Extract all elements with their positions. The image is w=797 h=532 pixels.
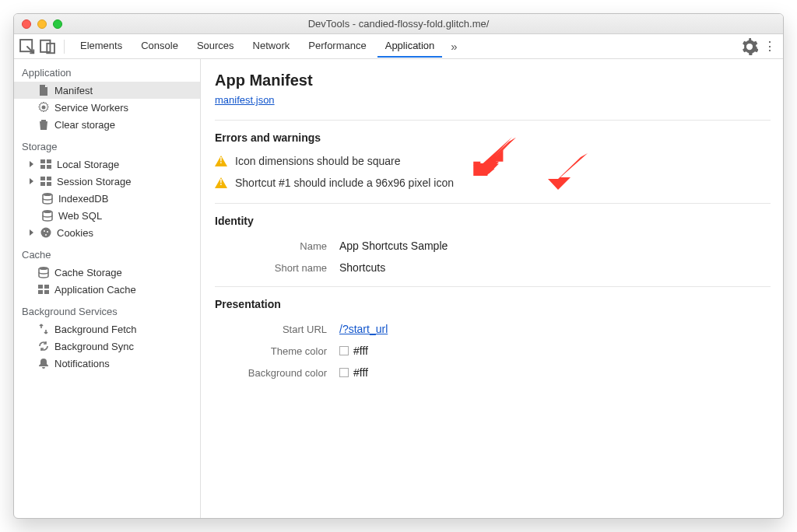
sidebar-item-application-cache[interactable]: Application Cache <box>14 281 200 298</box>
sidebar-item-cache-storage[interactable]: Cache Storage <box>14 264 200 281</box>
sidebar-item-label: Notifications <box>54 358 110 369</box>
sidebar-item-background-sync[interactable]: Background Sync <box>14 338 200 355</box>
svg-rect-11 <box>47 182 51 186</box>
sidebar-item-manifest[interactable]: Manifest <box>14 82 200 99</box>
svg-rect-10 <box>40 182 45 186</box>
sidebar-item-cookies[interactable]: Cookies <box>14 224 200 241</box>
manifest-link[interactable]: manifest.json <box>215 94 275 106</box>
svg-rect-7 <box>47 165 51 169</box>
window-titlebar: DevTools - candied-flossy-fold.glitch.me… <box>14 14 783 34</box>
content-panel: App Manifest manifest.json Errors and wa… <box>201 59 783 518</box>
gear-icon <box>37 101 50 114</box>
sidebar-item-clear-storage[interactable]: Clear storage <box>14 116 200 133</box>
tab-sources[interactable]: Sources <box>189 35 242 58</box>
sidebar-item-background-fetch[interactable]: Background Fetch <box>14 320 200 338</box>
sidebar-item-web-sql[interactable]: Web SQL <box>14 207 200 224</box>
warning-text: Icon dimensions should be square <box>235 155 400 167</box>
svg-rect-6 <box>40 165 45 169</box>
close-window-button[interactable] <box>22 19 31 29</box>
trash-icon <box>37 118 50 131</box>
sidebar-item-indexeddb[interactable]: IndexedDB <box>14 190 200 207</box>
chevron-right-icon <box>30 229 33 236</box>
sidebar-item-label: IndexedDB <box>58 193 108 205</box>
svg-point-17 <box>45 234 47 236</box>
sidebar-item-service-workers[interactable]: Service Workers <box>14 99 200 116</box>
theme-color-label: Theme color <box>215 345 339 357</box>
tab-console[interactable]: Console <box>133 35 186 58</box>
identity-name-label: Name <box>215 240 339 252</box>
annotation-arrow <box>473 135 520 181</box>
svg-point-18 <box>39 267 48 270</box>
database-icon <box>41 209 54 222</box>
svg-point-3 <box>42 106 46 110</box>
sidebar-item-label: Local Storage <box>57 159 119 170</box>
presentation-title: Presentation <box>215 298 771 310</box>
svg-point-14 <box>41 228 51 238</box>
sidebar-item-label: Clear storage <box>54 119 115 131</box>
background-color-label: Background color <box>215 367 339 379</box>
tab-application[interactable]: Application <box>377 35 443 58</box>
inspect-icon[interactable] <box>19 38 36 55</box>
sidebar-item-local-storage[interactable]: Local Storage <box>14 156 200 173</box>
annotation-arrow <box>545 151 592 197</box>
database-icon <box>41 192 54 205</box>
sidebar-item-session-storage[interactable]: Session Storage <box>14 173 200 190</box>
svg-rect-1 <box>40 40 50 51</box>
sidebar-group-storage: Storage <box>14 133 200 156</box>
svg-rect-19 <box>38 285 43 289</box>
svg-point-13 <box>43 210 52 213</box>
window-title: DevTools - candied-flossy-fold.glitch.me… <box>14 18 783 30</box>
kebab-menu-icon[interactable]: ⋮ <box>761 38 778 55</box>
background-color-value: #fff <box>353 366 368 379</box>
sidebar-item-label: Service Workers <box>54 102 128 114</box>
svg-rect-5 <box>47 159 51 163</box>
device-toggle-icon[interactable] <box>39 38 56 55</box>
identity-title: Identity <box>215 215 771 227</box>
tab-network[interactable]: Network <box>245 35 298 58</box>
sidebar-group-application: Application <box>14 59 200 82</box>
start-url-link[interactable]: /?start_url <box>339 323 388 335</box>
database-icon <box>37 266 50 278</box>
sidebar-item-label: Web SQL <box>58 210 102 222</box>
gear-icon[interactable] <box>741 38 758 55</box>
sidebar: Application Manifest Service Workers Cle… <box>14 59 201 518</box>
warning-icon <box>215 177 227 188</box>
sidebar-item-notifications[interactable]: Notifications <box>14 355 200 372</box>
sidebar-item-label: Session Storage <box>57 176 131 187</box>
svg-point-12 <box>43 193 52 196</box>
minimize-window-button[interactable] <box>37 19 47 29</box>
identity-name-value: App Shortcuts Sample <box>339 240 448 252</box>
tab-performance[interactable]: Performance <box>300 35 374 58</box>
fetch-icon <box>37 323 50 335</box>
svg-rect-20 <box>44 285 49 289</box>
svg-point-15 <box>44 230 45 232</box>
svg-rect-22 <box>44 290 49 294</box>
warning-text: Shortcut #1 should include a 96x96 pixel… <box>235 177 454 189</box>
tab-elements[interactable]: Elements <box>72 35 130 58</box>
file-icon <box>37 84 50 96</box>
bell-icon <box>37 357 50 369</box>
identity-shortname-label: Short name <box>215 262 339 274</box>
svg-marker-28 <box>476 138 516 174</box>
devtools-toolbar: Elements Console Sources Network Perform… <box>14 34 783 59</box>
storage-icon <box>37 283 50 296</box>
sidebar-item-label: Background Sync <box>54 341 134 352</box>
svg-rect-4 <box>40 159 45 163</box>
identity-shortname-value: Shortcuts <box>339 261 385 274</box>
sidebar-group-cache: Cache <box>14 241 200 264</box>
svg-rect-9 <box>47 177 51 180</box>
color-swatch <box>339 346 349 355</box>
storage-icon <box>40 175 52 187</box>
svg-point-16 <box>47 231 48 233</box>
sidebar-item-label: Background Fetch <box>54 324 137 335</box>
more-tabs-icon[interactable]: » <box>445 38 462 55</box>
chevron-right-icon <box>30 161 33 167</box>
sidebar-item-label: Application Cache <box>54 284 136 296</box>
fullscreen-window-button[interactable] <box>53 19 62 29</box>
sidebar-group-background-services: Background Services <box>14 298 200 320</box>
warning-icon <box>215 156 227 166</box>
sync-icon <box>37 340 50 352</box>
manifest-heading: App Manifest <box>215 72 771 89</box>
sidebar-item-label: Cache Storage <box>54 267 122 278</box>
start-url-label: Start URL <box>215 324 339 335</box>
